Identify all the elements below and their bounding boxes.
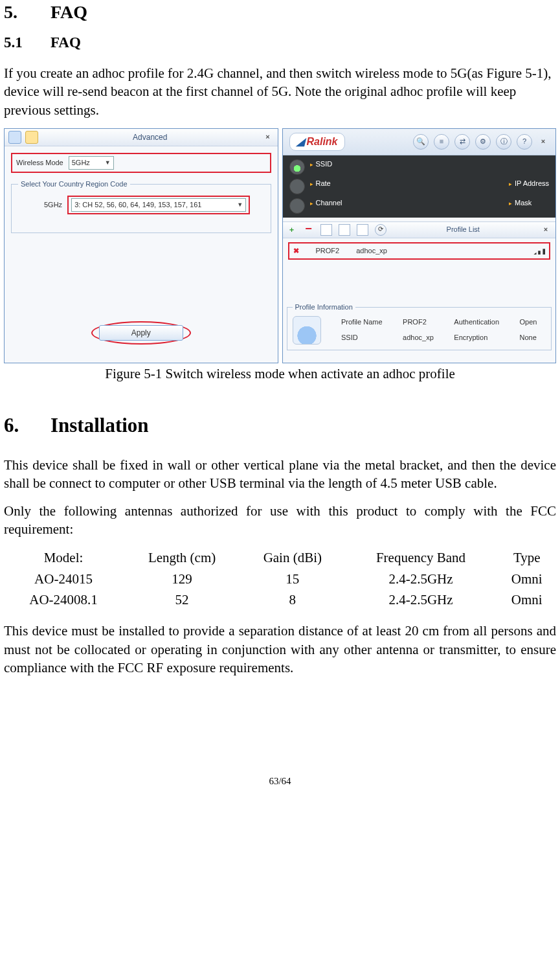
section-5-title: FAQ bbox=[50, 2, 87, 22]
profile-list-title: Profile List bbox=[393, 225, 534, 234]
ribbon-icon bbox=[25, 131, 38, 144]
ralink-toolbar: ◢Ralink 🔍 ≡ ⇄ ⚙ ⓘ ? × bbox=[283, 129, 556, 155]
ralink-logo: ◢Ralink bbox=[289, 133, 345, 151]
radio-icon bbox=[289, 198, 305, 214]
th-type: Type bbox=[497, 547, 556, 568]
advanced-titlebar: Advanced × bbox=[5, 129, 278, 146]
figure-5-1: Advanced × Wireless Mode 5GHz ▼ Select Y… bbox=[4, 128, 556, 363]
ssid-label: ▸SSID bbox=[310, 159, 342, 175]
chevron-down-icon: ▼ bbox=[237, 201, 243, 209]
region-code-highlight: 3: CH 52, 56, 60, 64, 149, 153, 157, 161… bbox=[67, 196, 250, 214]
section-6-p1: This device shall be fixed in wall or ot… bbox=[4, 456, 556, 493]
wireless-mode-label: Wireless Mode bbox=[16, 158, 63, 168]
section-5-heading: 5.FAQ bbox=[4, 0, 556, 25]
export-icon[interactable] bbox=[357, 224, 368, 236]
close-icon[interactable]: × bbox=[540, 224, 552, 236]
profile-name: PROF2 bbox=[316, 246, 340, 256]
section-6-p3: This device must be installed to provide… bbox=[4, 622, 556, 677]
table-header-row: Model: Length (cm) Gain (dBi) Frequency … bbox=[4, 547, 556, 568]
signal-icon bbox=[289, 159, 305, 175]
page-number: 63/64 bbox=[4, 775, 556, 787]
th-model: Model: bbox=[4, 547, 123, 568]
profile-ssid: adhoc_xp bbox=[356, 246, 387, 256]
gear-icon[interactable]: ⚙ bbox=[475, 134, 491, 150]
section-5-1-heading: 5.1FAQ bbox=[4, 32, 556, 52]
edit-icon[interactable] bbox=[320, 224, 332, 236]
figure-caption: Figure 5-1 Switch wireless mode when act… bbox=[4, 365, 556, 383]
table-row: AO-24015 129 15 2.4-2.5GHz Omni bbox=[4, 569, 556, 589]
search-icon[interactable]: 🔍 bbox=[413, 134, 429, 150]
close-icon[interactable]: × bbox=[537, 136, 549, 148]
pi-auth-label: Authentication bbox=[454, 317, 508, 327]
wifi-icon bbox=[293, 316, 321, 345]
wireless-mode-value: 5GHz bbox=[72, 158, 90, 168]
section-5-1-number: 5.1 bbox=[4, 32, 50, 52]
table-row: AO-24008.1 52 8 2.4-2.5GHz Omni bbox=[4, 589, 556, 610]
section-5-1-title: FAQ bbox=[50, 34, 81, 51]
th-length: Length (cm) bbox=[123, 547, 241, 568]
add-icon[interactable]: ＋ bbox=[287, 225, 297, 235]
apply-button[interactable]: Apply bbox=[99, 325, 183, 341]
ip-label: ▸IP Address bbox=[509, 179, 549, 194]
advanced-window: Advanced × Wireless Mode 5GHz ▼ Select Y… bbox=[4, 128, 278, 363]
pi-auth-value: Open bbox=[520, 317, 546, 327]
region-code-value: 3: CH 52, 56, 60, 64, 149, 153, 157, 161 bbox=[74, 200, 201, 210]
channel-label: ▸Channel bbox=[310, 198, 342, 214]
lock-icon bbox=[289, 179, 305, 194]
ralink-window: ◢Ralink 🔍 ≡ ⇄ ⚙ ⓘ ? × ▸SSID ▸Rate ▸IP Ad… bbox=[282, 128, 557, 363]
refresh-icon[interactable]: ⟳ bbox=[375, 224, 386, 236]
pi-enc-value: None bbox=[520, 333, 546, 343]
wireless-mode-select[interactable]: 5GHz ▼ bbox=[69, 156, 114, 170]
help-icon[interactable]: ? bbox=[517, 134, 532, 150]
profile-info-fieldset: Profile Information Profile Name PROF2 A… bbox=[287, 302, 552, 350]
pi-name-label: Profile Name bbox=[341, 317, 391, 327]
region-code-select[interactable]: 3: CH 52, 56, 60, 64, 149, 153, 157, 161… bbox=[71, 198, 246, 212]
th-gain: Gain (dBi) bbox=[241, 547, 344, 568]
pi-enc-label: Encryption bbox=[454, 333, 508, 343]
signal-bars-icon bbox=[533, 247, 545, 255]
apply-highlight: Apply bbox=[91, 321, 191, 345]
profile-info-legend: Profile Information bbox=[293, 302, 355, 312]
wireless-mode-highlight: Wireless Mode 5GHz ▼ bbox=[11, 153, 271, 173]
pi-ssid-value: adhoc_xp bbox=[403, 333, 442, 343]
apply-area: Apply bbox=[5, 321, 278, 345]
region-code-fieldset: Select Your Country Region Code 5GHz 3: … bbox=[11, 179, 271, 233]
region-code-legend: Select Your Country Region Code bbox=[18, 179, 130, 189]
mask-label: ▸Mask bbox=[509, 198, 549, 214]
profile-list-body: ✖ PROF2 adhoc_xp bbox=[283, 238, 556, 264]
inactive-icon: ✖ bbox=[293, 246, 299, 256]
section-6-p2: Only the following antennas authorized f… bbox=[4, 502, 556, 539]
window-icon bbox=[8, 131, 21, 144]
region-band-label: 5GHz bbox=[44, 200, 62, 210]
status-pane: ▸SSID ▸Rate ▸IP Address ▸Channel ▸Mask bbox=[283, 155, 556, 218]
list-icon[interactable]: ≡ bbox=[434, 134, 449, 150]
close-icon[interactable]: × bbox=[262, 131, 274, 143]
antenna-table: Model: Length (cm) Gain (dBi) Frequency … bbox=[4, 547, 556, 610]
section-6-heading: 6.Installation bbox=[4, 412, 556, 439]
remove-icon[interactable]: − bbox=[304, 225, 314, 235]
section-6-title: Installation bbox=[50, 414, 149, 436]
section-5-number: 5. bbox=[4, 0, 50, 25]
advanced-title: Advanced bbox=[42, 132, 258, 142]
import-icon[interactable] bbox=[339, 224, 350, 236]
profile-list-bar: ＋ − ⟳ Profile List × bbox=[283, 221, 556, 238]
pi-name-value: PROF2 bbox=[403, 317, 442, 327]
profile-row[interactable]: ✖ PROF2 adhoc_xp bbox=[288, 242, 551, 260]
th-band: Frequency Band bbox=[344, 547, 498, 568]
pi-ssid-label: SSID bbox=[341, 333, 391, 343]
info-icon[interactable]: ⓘ bbox=[496, 134, 511, 150]
link-icon[interactable]: ⇄ bbox=[454, 134, 470, 150]
section-6-number: 6. bbox=[4, 412, 50, 439]
chevron-down-icon: ▼ bbox=[105, 159, 111, 166]
rate-label: ▸Rate bbox=[310, 179, 342, 194]
section-5-intro: If you create an adhoc profile for 2.4G … bbox=[4, 64, 556, 119]
